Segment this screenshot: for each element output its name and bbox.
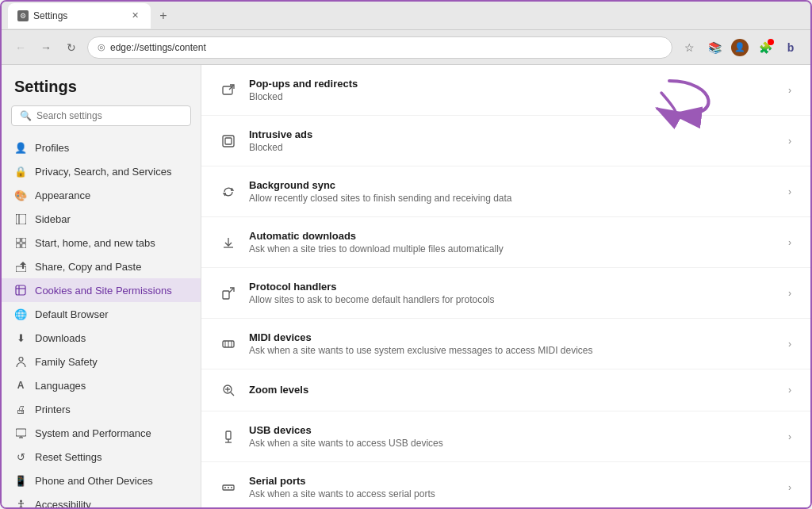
chevron-background-sync: › — [788, 186, 791, 197]
sidebar-item-sidebar[interactable]: Sidebar — [2, 207, 201, 231]
sidebar-item-downloads[interactable]: ⬇ Downloads — [2, 326, 201, 350]
sidebar-item-family[interactable]: Family Safety — [2, 350, 201, 373]
row-text-popups: Pop-ups and redirects Blocked — [249, 78, 776, 102]
row-desc-auto-downloads: Ask when a site tries to download multip… — [249, 243, 776, 254]
sidebar-item-accessibility[interactable]: Accessibility — [2, 492, 201, 507]
settings-row-background-sync[interactable]: Background sync Allow recently closed si… — [201, 166, 810, 217]
row-text-protocol: Protocol handlers Allow sites to ask to … — [249, 281, 776, 305]
user-avatar: 👤 — [731, 39, 749, 56]
svg-rect-21 — [223, 136, 234, 147]
settings-tab[interactable]: ⚙ Settings ✕ — [8, 3, 151, 29]
row-text-midi: MIDI devices Ask when a site wants to us… — [249, 331, 776, 356]
sidebar-item-label: Default Browser — [35, 308, 108, 320]
chevron-midi: › — [788, 339, 791, 350]
row-desc-popups: Blocked — [249, 91, 776, 102]
settings-row-intrusive[interactable]: Intrusive ads Blocked › — [201, 116, 810, 166]
new-tab-button[interactable]: + — [154, 6, 173, 25]
sidebar-item-appearance[interactable]: 🎨 Appearance — [2, 183, 201, 207]
sidebar-item-label: System and Performance — [35, 427, 151, 439]
chevron-serial: › — [788, 482, 791, 493]
row-desc-serial: Ask when a site wants to access serial p… — [249, 488, 776, 499]
row-text-intrusive: Intrusive ads Blocked — [249, 128, 776, 153]
accessibility-icon — [14, 498, 27, 507]
svg-point-39 — [224, 487, 226, 488]
back-button[interactable]: ← — [11, 38, 30, 57]
zoom-icon — [220, 382, 236, 398]
sidebar-item-label: Languages — [35, 380, 86, 392]
sidebar-item-start[interactable]: Start, home, and new tabs — [2, 231, 201, 254]
phone-icon: 📱 — [14, 474, 27, 487]
chevron-intrusive: › — [788, 136, 791, 147]
sidebar-item-label: Start, home, and new tabs — [35, 237, 155, 249]
collections-icon[interactable]: 📚 — [704, 37, 725, 58]
settings-row-serial[interactable]: Serial ports Ask when a site wants to ac… — [201, 462, 810, 507]
settings-row-zoom[interactable]: Zoom levels › — [201, 369, 810, 411]
sidebar-item-label: Downloads — [35, 332, 86, 344]
tab-icon: ⚙ — [17, 10, 29, 21]
settings-row-auto-downloads[interactable]: Automatic downloads Ask when a site trie… — [201, 217, 810, 268]
chevron-auto-downloads: › — [788, 237, 791, 248]
sidebar-item-browser[interactable]: 🌐 Default Browser — [2, 302, 201, 326]
svg-rect-2 — [16, 238, 21, 243]
svg-rect-0 — [16, 214, 26, 224]
tab-bar: ⚙ Settings ✕ + — [8, 3, 804, 29]
main-content: Settings 🔍 👤 Profiles 🔒 Privacy, Search,… — [2, 65, 810, 507]
row-title-popups: Pop-ups and redirects — [249, 78, 776, 90]
address-bar: ← → ↻ ◎ edge://settings/content ☆ 📚 👤 🧩 … — [2, 30, 810, 65]
settings-row-popups[interactable]: Pop-ups and redirects Blocked › — [201, 65, 810, 116]
downloads-icon: ⬇ — [14, 331, 27, 344]
midi-icon — [220, 336, 236, 352]
account-icon[interactable]: 👤 — [730, 37, 750, 58]
chevron-zoom: › — [788, 385, 791, 396]
search-icon: 🔍 — [20, 110, 32, 121]
row-title-auto-downloads: Automatic downloads — [249, 230, 776, 242]
svg-line-32 — [231, 392, 234, 396]
sidebar-item-reset[interactable]: ↺ Reset Settings — [2, 445, 201, 469]
sidebar-item-label: Cookies and Site Permissions — [35, 285, 172, 297]
sidebar: Settings 🔍 👤 Profiles 🔒 Privacy, Search,… — [2, 65, 201, 507]
settings-row-protocol[interactable]: Protocol handlers Allow sites to ask to … — [201, 268, 810, 319]
refresh-button[interactable]: ↻ — [62, 38, 81, 57]
tab-close-button[interactable]: ✕ — [128, 10, 141, 22]
sidebar-item-languages[interactable]: A Languages — [2, 373, 201, 397]
svg-line-18 — [21, 506, 23, 508]
row-title-usb: USB devices — [249, 424, 776, 436]
auto-downloads-icon — [220, 235, 236, 251]
favorites-icon[interactable]: ☆ — [679, 37, 699, 58]
search-box[interactable]: 🔍 — [11, 105, 191, 126]
svg-point-14 — [20, 499, 22, 502]
settings-row-usb[interactable]: USB devices Ask when a site wants to acc… — [201, 411, 810, 462]
sidebar-item-label: Share, Copy and Paste — [35, 261, 141, 273]
svg-point-10 — [19, 357, 23, 361]
search-input[interactable] — [36, 110, 182, 121]
sidebar-icon — [14, 212, 27, 225]
forward-button[interactable]: → — [36, 38, 56, 57]
protocol-icon — [220, 285, 236, 301]
svg-line-25 — [229, 288, 234, 293]
bing-icon[interactable]: b — [780, 37, 801, 58]
sidebar-item-profiles[interactable]: 👤 Profiles — [2, 136, 201, 159]
sidebar-item-cookies[interactable]: Cookies and Site Permissions — [2, 278, 201, 302]
row-desc-protocol: Allow sites to ask to become default han… — [249, 294, 776, 305]
sidebar-item-privacy[interactable]: 🔒 Privacy, Search, and Services — [2, 159, 201, 183]
row-text-usb: USB devices Ask when a site wants to acc… — [249, 424, 776, 449]
sidebar-item-system[interactable]: System and Performance — [2, 421, 201, 445]
settings-row-midi[interactable]: MIDI devices Ask when a site wants to us… — [201, 319, 810, 369]
content-wrapper: Pop-ups and redirects Blocked › Intrusiv… — [201, 65, 810, 507]
sidebar-item-label: Accessibility — [35, 499, 91, 508]
sidebar-item-share[interactable]: Share, Copy and Paste — [2, 254, 201, 278]
row-text-serial: Serial ports Ask when a site wants to ac… — [249, 475, 776, 499]
sidebar-item-label: Family Safety — [35, 356, 98, 368]
row-text-background-sync: Background sync Allow recently closed si… — [249, 179, 776, 204]
address-input[interactable]: ◎ edge://settings/content — [87, 36, 672, 59]
extensions-icon[interactable]: 🧩 — [755, 37, 776, 58]
svg-point-41 — [231, 487, 232, 488]
sidebar-item-phone[interactable]: 📱 Phone and Other Devices — [2, 469, 201, 492]
sidebar-item-printers[interactable]: 🖨 Printers — [2, 397, 201, 421]
address-text: edge://settings/content — [110, 42, 206, 53]
reset-icon: ↺ — [14, 450, 27, 463]
chevron-protocol: › — [788, 288, 791, 299]
serial-icon — [220, 480, 236, 496]
svg-rect-4 — [16, 243, 21, 248]
sidebar-item-label: Reset Settings — [35, 451, 102, 463]
